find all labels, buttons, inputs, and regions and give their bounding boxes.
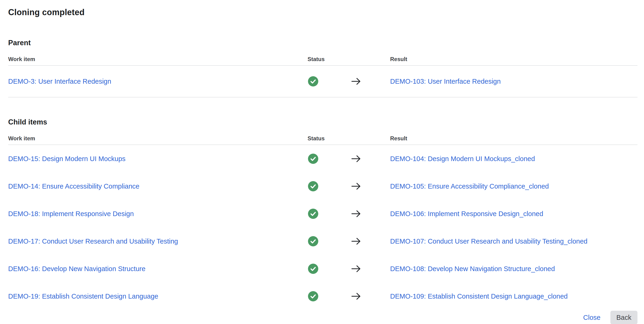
result-link[interactable]: DEMO-105: Ensure Accessibility Complianc… bbox=[390, 183, 549, 190]
result-link[interactable]: DEMO-106: Implement Responsive Design_cl… bbox=[390, 210, 543, 218]
child-items-section: Child items Work item Status Result DEMO… bbox=[8, 117, 638, 310]
table-row: DEMO-18: Implement Responsive Design DEM… bbox=[8, 200, 638, 228]
column-header-result: Result bbox=[390, 135, 638, 142]
table-row: DEMO-17: Conduct User Research and Usabi… bbox=[8, 228, 638, 255]
column-header-status: Status bbox=[308, 56, 390, 62]
column-header-result: Result bbox=[390, 56, 638, 62]
status-cell bbox=[308, 181, 390, 191]
work-item-link[interactable]: DEMO-19: Establish Consistent Design Lan… bbox=[8, 293, 158, 300]
result-cell: DEMO-108: Develop New Navigation Structu… bbox=[390, 265, 638, 273]
arrow-right-icon bbox=[351, 182, 362, 190]
page-title: Cloning completed bbox=[8, 6, 638, 18]
result-link[interactable]: DEMO-109: Establish Consistent Design La… bbox=[390, 293, 568, 300]
status-cell bbox=[308, 236, 390, 246]
status-cell bbox=[308, 154, 390, 164]
result-cell: DEMO-106: Implement Responsive Design_cl… bbox=[390, 210, 638, 218]
check-circle-icon bbox=[308, 181, 318, 191]
result-cell: DEMO-103: User Interface Redesign bbox=[390, 77, 638, 85]
table-row: DEMO-3: User Interface Redesign DEMO-103… bbox=[8, 66, 638, 97]
work-item-cell: DEMO-16: Develop New Navigation Structur… bbox=[8, 265, 308, 273]
table-row: DEMO-15: Design Modern UI Mockups DEMO-1… bbox=[8, 145, 638, 172]
status-cell bbox=[308, 209, 390, 219]
table-row: DEMO-16: Develop New Navigation Structur… bbox=[8, 255, 638, 283]
check-circle-icon bbox=[308, 76, 318, 86]
status-cell bbox=[308, 76, 390, 86]
work-item-link[interactable]: DEMO-14: Ensure Accessibility Compliance bbox=[8, 183, 139, 190]
child-items-section-heading: Child items bbox=[8, 117, 638, 127]
result-cell: DEMO-109: Establish Consistent Design La… bbox=[390, 292, 638, 301]
check-circle-icon bbox=[308, 154, 318, 164]
status-cell bbox=[308, 291, 390, 301]
result-cell: DEMO-107: Conduct User Research and Usab… bbox=[390, 237, 638, 246]
arrow-right-icon bbox=[351, 210, 362, 218]
work-item-link[interactable]: DEMO-16: Develop New Navigation Structur… bbox=[8, 265, 145, 273]
work-item-cell: DEMO-3: User Interface Redesign bbox=[8, 77, 308, 85]
arrow-right-icon bbox=[351, 292, 362, 300]
work-item-cell: DEMO-18: Implement Responsive Design bbox=[8, 210, 308, 218]
parent-table-header: Work item Status Result bbox=[8, 56, 638, 66]
cloning-completed-dialog: Cloning completed Parent Work item Statu… bbox=[0, 6, 644, 324]
result-cell: DEMO-104: Design Modern UI Mockups_clone… bbox=[390, 155, 638, 163]
dialog-footer: Close Back bbox=[8, 311, 638, 324]
work-item-link[interactable]: DEMO-17: Conduct User Research and Usabi… bbox=[8, 238, 178, 245]
work-item-cell: DEMO-14: Ensure Accessibility Compliance bbox=[8, 182, 308, 190]
work-item-cell: DEMO-19: Establish Consistent Design Lan… bbox=[8, 292, 308, 301]
check-circle-icon bbox=[308, 209, 318, 219]
parent-section: Parent Work item Status Result DEMO-3: U… bbox=[8, 38, 638, 97]
result-link[interactable]: DEMO-108: Develop New Navigation Structu… bbox=[390, 265, 555, 273]
work-item-link[interactable]: DEMO-15: Design Modern UI Mockups bbox=[8, 155, 126, 162]
back-button[interactable]: Back bbox=[610, 311, 638, 324]
check-circle-icon bbox=[308, 264, 318, 274]
child-table-header: Work item Status Result bbox=[8, 135, 638, 145]
close-button[interactable]: Close bbox=[583, 314, 600, 322]
column-header-work-item: Work item bbox=[8, 56, 308, 62]
table-row: DEMO-19: Establish Consistent Design Lan… bbox=[8, 283, 638, 310]
check-circle-icon bbox=[308, 236, 318, 246]
column-header-work-item: Work item bbox=[8, 135, 308, 142]
work-item-link[interactable]: DEMO-3: User Interface Redesign bbox=[8, 78, 111, 85]
arrow-right-icon bbox=[351, 77, 362, 85]
arrow-right-icon bbox=[351, 237, 362, 245]
work-item-link[interactable]: DEMO-18: Implement Responsive Design bbox=[8, 210, 134, 218]
result-link[interactable]: DEMO-107: Conduct User Research and Usab… bbox=[390, 238, 588, 245]
result-link[interactable]: DEMO-104: Design Modern UI Mockups_clone… bbox=[390, 155, 535, 162]
parent-section-heading: Parent bbox=[8, 38, 638, 48]
arrow-right-icon bbox=[351, 155, 362, 163]
arrow-right-icon bbox=[351, 265, 362, 273]
work-item-cell: DEMO-17: Conduct User Research and Usabi… bbox=[8, 237, 308, 246]
check-circle-icon bbox=[308, 291, 318, 301]
status-cell bbox=[308, 264, 390, 274]
result-link[interactable]: DEMO-103: User Interface Redesign bbox=[390, 78, 501, 85]
table-row: DEMO-14: Ensure Accessibility Compliance… bbox=[8, 172, 638, 200]
result-cell: DEMO-105: Ensure Accessibility Complianc… bbox=[390, 182, 638, 190]
column-header-status: Status bbox=[308, 135, 390, 142]
work-item-cell: DEMO-15: Design Modern UI Mockups bbox=[8, 155, 308, 163]
